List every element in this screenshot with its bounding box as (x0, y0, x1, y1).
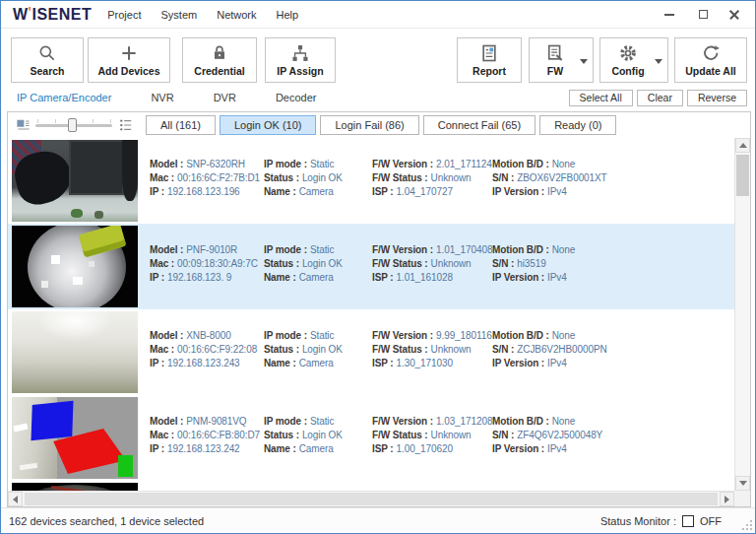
firmware-icon (545, 43, 565, 63)
field-model: Model :SNP-6320RH (150, 158, 264, 171)
field-mac: Mac :00:16:6C:FB:80:D7 (150, 429, 264, 442)
field-ip-mode: IP mode :Static (264, 243, 372, 257)
wisenet-logo: W'ISENET (13, 6, 92, 24)
field-ip-version: IP Version :IPv4 (492, 271, 650, 285)
field-status: Status :Login OK (264, 171, 372, 185)
gear-icon (618, 43, 638, 63)
filter-connect-fail-button[interactable]: Connect Fail (65) (423, 115, 536, 135)
vertical-scrollbar[interactable] (734, 138, 750, 491)
field-mac: Mac :00:16:6C:F2:7B:D1 (150, 171, 264, 185)
device-fields: Model :PNF-9010RMac :00:09:18:30:A9:7CIP… (138, 224, 650, 309)
scroll-left-icon[interactable] (8, 492, 23, 506)
field-ip-version: IP Version :IPv4 (492, 185, 650, 199)
device-row-pnm-9081vq[interactable]: Model :PNM-9081VQMac :00:16:6C:FB:80:D7I… (8, 395, 734, 481)
thumbnail-size-icon[interactable] (14, 117, 32, 133)
menu-network[interactable]: Network (217, 9, 256, 21)
status-bar: 162 devices searched, 1 device selected … (1, 507, 755, 533)
field-name: Name :Camera (264, 185, 372, 199)
device-list: Model :SNP-6320RHMac :00:16:6C:F2:7B:D1I… (8, 138, 734, 491)
device-row-snp-6320rh[interactable]: Model :SNP-6320RHMac :00:16:6C:F2:7B:D1I… (8, 138, 734, 224)
field-isp: ISP :1.30_171030 (372, 357, 492, 370)
camera-thumbnail (12, 140, 138, 222)
field-fw-status: F/W Status :Unknown (372, 257, 492, 271)
filter-all-button[interactable]: All (161) (146, 115, 216, 135)
filter-login-fail-button[interactable]: Login Fail (86) (320, 115, 418, 135)
field-motion-bd: Motion B/D :None (492, 158, 650, 171)
device-row-pnf-9010r[interactable]: Model :PNF-9010RMac :00:09:18:30:A9:7CIP… (8, 224, 734, 309)
device-list-panel: All (161) Login OK (10) Login Fail (86) … (7, 111, 751, 507)
minimize-icon[interactable] (657, 5, 682, 25)
field-ip-mode: IP mode :Static (264, 329, 372, 343)
vertical-scroll-thumb[interactable] (736, 155, 749, 196)
field-motion-bd: Motion B/D :None (492, 243, 650, 257)
menu-project[interactable]: Project (107, 9, 141, 21)
menu-help[interactable]: Help (277, 9, 299, 21)
fw-button[interactable]: FW (529, 37, 594, 83)
device-row-partial[interactable] (8, 481, 734, 491)
horizontal-scrollbar[interactable] (8, 491, 734, 506)
report-button[interactable]: Report (457, 37, 522, 83)
field-ip: IP :192.168.123.242 (150, 442, 264, 456)
close-icon[interactable] (724, 5, 745, 25)
toolbar: Search Add Devices Credential IP Assign … (1, 29, 755, 86)
menu-bar: Project System Network Help (107, 9, 298, 21)
scroll-right-icon[interactable] (720, 492, 734, 506)
fw-dropdown-caret-icon[interactable] (580, 59, 588, 64)
field-model: Model :XNB-8000 (150, 329, 264, 343)
field-ip: IP :192.168.123. 9 (150, 271, 264, 285)
scroll-up-icon[interactable] (735, 138, 750, 153)
config-dropdown-caret-icon[interactable] (655, 59, 662, 64)
field-fw-version: F/W Version :1.03_171208 (372, 415, 492, 429)
tab-nvr[interactable]: NVR (131, 92, 193, 103)
title-bar: W'ISENET Project System Network Help (1, 1, 755, 29)
window-controls (657, 5, 745, 25)
field-status: Status :Login OK (264, 343, 372, 357)
credential-button[interactable]: Credential (182, 37, 257, 83)
slider-handle[interactable] (68, 118, 77, 132)
clear-button[interactable]: Clear (637, 90, 683, 106)
device-row-xnb-8000[interactable]: Model :XNB-8000Mac :00:16:6C:F9:22:08IP … (8, 309, 734, 395)
tab-ip-camera-encoder[interactable]: IP Camera/Encoder (1, 92, 131, 103)
device-fields: Model :PNM-9081VQMac :00:16:6C:FB:80:D7I… (138, 395, 650, 481)
field-motion-bd: Motion B/D :None (492, 415, 650, 429)
field-ip-version: IP Version :IPv4 (492, 357, 650, 370)
refresh-icon (701, 43, 721, 63)
config-button[interactable]: Config (599, 37, 668, 83)
device-fields: Model :SNP-6320RHMac :00:16:6C:F2:7B:D1I… (138, 138, 650, 224)
lock-icon (210, 43, 229, 63)
field-name: Name :Camera (264, 357, 372, 370)
select-all-button[interactable]: Select All (569, 90, 633, 106)
filter-login-ok-button[interactable]: Login OK (10) (220, 115, 316, 135)
tab-dvr[interactable]: DVR (194, 92, 256, 103)
field-model: Model :PNM-9081VQ (150, 415, 264, 429)
field-name: Name :Camera (264, 271, 372, 285)
search-button[interactable]: Search (11, 37, 84, 83)
horizontal-scroll-thumb[interactable] (25, 493, 718, 505)
field-status: Status :Login OK (264, 429, 372, 442)
field-mac: Mac :00:09:18:30:A9:7C (150, 257, 264, 271)
plus-icon (119, 43, 139, 63)
field-sn: S/N :ZCJB6V2HB0000PN (492, 343, 650, 357)
maximize-icon[interactable] (690, 5, 716, 25)
field-fw-status: F/W Status :Unknown (372, 343, 492, 357)
update-all-button[interactable]: Update All (674, 37, 747, 83)
reverse-button[interactable]: Reverse (687, 90, 747, 106)
field-isp: ISP :1.00_170620 (372, 442, 492, 456)
field-ip-version: IP Version :IPv4 (492, 442, 650, 456)
network-tree-icon (290, 43, 310, 63)
detail-list-view-icon[interactable] (116, 117, 134, 133)
menu-system[interactable]: System (161, 9, 198, 21)
add-devices-button[interactable]: Add Devices (88, 37, 170, 83)
scroll-down-icon[interactable] (735, 476, 750, 491)
status-monitor-label: Status Monitor : (600, 515, 676, 527)
camera-thumbnail (12, 397, 138, 479)
thumbnail-size-slider[interactable] (35, 117, 112, 133)
logo-orange-tick: ' (29, 4, 32, 20)
ip-assign-button[interactable]: IP Assign (265, 37, 336, 83)
field-isp: ISP :1.04_170727 (372, 185, 492, 199)
resize-grip[interactable] (742, 520, 752, 530)
filter-ready-button[interactable]: Ready (0) (539, 115, 616, 135)
status-monitor-checkbox[interactable] (682, 515, 694, 527)
tab-decoder[interactable]: Decoder (256, 92, 337, 103)
field-status: Status :Login OK (264, 257, 372, 271)
